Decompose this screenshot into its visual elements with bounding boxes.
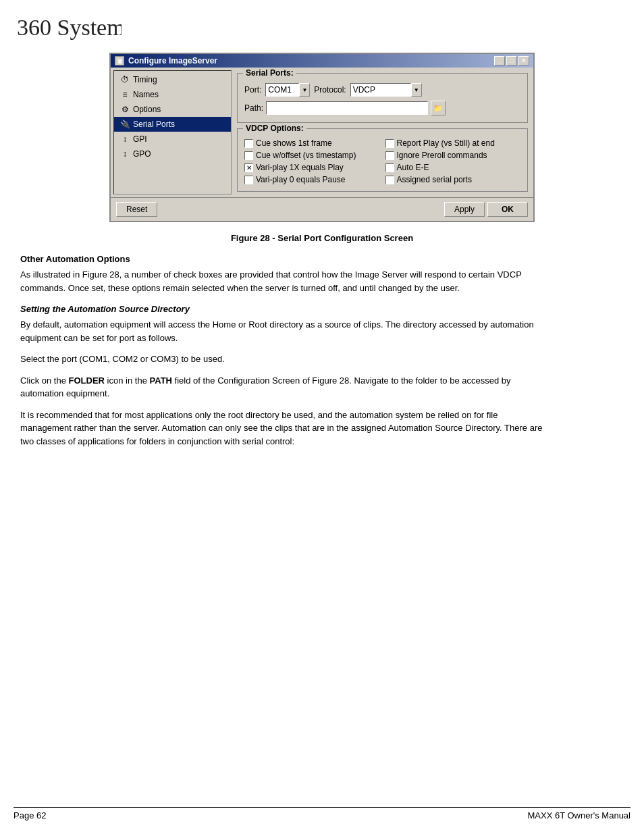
gpi-icon: ↕ bbox=[119, 134, 130, 145]
checkbox-cue-w-offset: Cue w/offset (vs timestamp) bbox=[244, 151, 380, 160]
vari-play-1x-checkbox[interactable] bbox=[244, 163, 253, 172]
names-icon: ≡ bbox=[119, 89, 130, 100]
sidebar: ⏱ Timing ≡ Names ⚙ Options 🔌 Serial Port… bbox=[113, 70, 232, 194]
serial-ports-group: Serial Ports: Port: COM1 ▼ Protocol: VDC… bbox=[237, 73, 528, 123]
checkbox-ignore-preroll: Ignore Preroll commands bbox=[385, 151, 521, 160]
subsection-heading-directory: Setting the Automation Source Directory bbox=[20, 304, 547, 314]
serial-ports-icon: 🔌 bbox=[119, 119, 130, 130]
checkbox-vari-play-0-pause: Vari-play 0 equals Pause bbox=[244, 175, 380, 184]
vari-play-0-pause-checkbox[interactable] bbox=[244, 176, 253, 184]
folder-button[interactable]: 📁 bbox=[431, 101, 446, 115]
titlebar-controls: _ □ ✕ bbox=[494, 56, 529, 66]
sidebar-item-gpo[interactable]: ↕ GPO bbox=[114, 147, 231, 161]
timing-icon: ⏱ bbox=[119, 74, 130, 85]
close-button[interactable]: ✕ bbox=[518, 56, 529, 66]
sidebar-label-serial-ports: Serial Ports bbox=[133, 120, 175, 129]
vari-play-0-pause-label: Vari-play 0 equals Pause bbox=[256, 175, 346, 184]
port-label: Port: bbox=[244, 85, 261, 95]
folder-bold: FOLDER bbox=[69, 375, 105, 386]
ignore-preroll-checkbox[interactable] bbox=[385, 151, 394, 160]
main-content: Serial Ports: Port: COM1 ▼ Protocol: VDC… bbox=[234, 70, 531, 194]
assigned-serial-checkbox[interactable] bbox=[385, 176, 394, 184]
reset-button[interactable]: Reset bbox=[116, 202, 157, 217]
options-icon: ⚙ bbox=[119, 104, 130, 115]
footer-right-buttons: Apply OK bbox=[444, 202, 528, 217]
port-row: Port: COM1 ▼ Protocol: VDCP ▼ bbox=[244, 83, 520, 97]
checkbox-assigned-serial: Assigned serial ports bbox=[385, 175, 521, 184]
maximize-button[interactable]: □ bbox=[506, 56, 517, 66]
vdcp-options-group: VDCP Options: Cue shows 1st frame Report… bbox=[237, 128, 528, 192]
figure-caption: Figure 28 - Serial Port Configuration Sc… bbox=[14, 233, 630, 243]
sidebar-item-options[interactable]: ⚙ Options bbox=[114, 102, 231, 117]
sidebar-item-names[interactable]: ≡ Names bbox=[114, 87, 231, 102]
ok-button[interactable]: OK bbox=[487, 202, 528, 217]
port-select-wrapper[interactable]: COM1 ▼ bbox=[265, 83, 310, 97]
ignore-preroll-label: Ignore Preroll commands bbox=[397, 151, 487, 160]
cue-1st-frame-label: Cue shows 1st frame bbox=[256, 138, 332, 148]
dialog-titlebar: 🖥 Configure ImageServer _ □ ✕ bbox=[111, 54, 533, 68]
checkbox-report-play-end: Report Play (vs Still) at end bbox=[385, 138, 521, 148]
path-label: Path: bbox=[244, 103, 263, 113]
configure-dialog: 🖥 Configure ImageServer _ □ ✕ ⏱ Timing ≡… bbox=[109, 53, 535, 222]
checkbox-cue-1st-frame: Cue shows 1st frame bbox=[244, 138, 380, 148]
titlebar-left: 🖥 Configure ImageServer bbox=[115, 56, 217, 66]
path-row: Path: 📁 bbox=[244, 101, 520, 115]
checkbox-auto-ee: Auto E-E bbox=[385, 163, 521, 172]
assigned-serial-label: Assigned serial ports bbox=[397, 175, 472, 184]
protocol-select-wrapper[interactable]: VDCP ▼ bbox=[350, 83, 422, 97]
checkbox-vari-play-1x: Vari-play 1X equals Play bbox=[244, 163, 380, 172]
port-select-value: COM1 bbox=[265, 83, 299, 97]
page-number: Page 62 bbox=[14, 810, 46, 820]
auto-ee-checkbox[interactable] bbox=[385, 163, 394, 172]
sidebar-label-names: Names bbox=[133, 90, 159, 99]
directory-para-3: Click on the FOLDER icon in the PATH fie… bbox=[20, 374, 547, 400]
sidebar-item-serial-ports[interactable]: 🔌 Serial Ports bbox=[114, 117, 231, 132]
protocol-select-value: VDCP bbox=[350, 83, 411, 97]
serial-ports-title: Serial Ports: bbox=[243, 68, 296, 78]
protocol-select-arrow[interactable]: ▼ bbox=[411, 83, 422, 97]
section-heading-automation: Other Automation Options bbox=[20, 254, 547, 264]
cue-w-offset-label: Cue w/offset (vs timestamp) bbox=[256, 151, 356, 160]
sidebar-label-timing: Timing bbox=[133, 75, 157, 84]
dialog-title: Configure ImageServer bbox=[128, 56, 217, 66]
sidebar-label-gpo: GPO bbox=[133, 149, 151, 159]
vari-play-1x-label: Vari-play 1X equals Play bbox=[256, 163, 344, 172]
dialog-footer: Reset Apply OK bbox=[111, 197, 533, 221]
page-footer: Page 62 MAXX 6T Owner's Manual bbox=[14, 807, 630, 820]
report-play-end-label: Report Play (vs Still) at end bbox=[397, 138, 495, 148]
path-bold: PATH bbox=[150, 375, 172, 386]
minimize-button[interactable]: _ bbox=[494, 56, 505, 66]
vdcp-checkboxes: Cue shows 1st frame Report Play (vs Stil… bbox=[244, 138, 520, 184]
cue-w-offset-checkbox[interactable] bbox=[244, 151, 253, 160]
manual-title: MAXX 6T Owner's Manual bbox=[527, 810, 630, 820]
auto-ee-label: Auto E-E bbox=[397, 163, 429, 172]
directory-para-4: It is recommended that for most applicat… bbox=[20, 409, 547, 448]
titlebar-icon: 🖥 bbox=[115, 56, 124, 66]
directory-para-2: Select the port (COM1, COM2 or COM3) to … bbox=[20, 353, 547, 366]
vdcp-title: VDCP Options: bbox=[243, 124, 306, 133]
dialog-body: ⏱ Timing ≡ Names ⚙ Options 🔌 Serial Port… bbox=[111, 68, 533, 197]
sidebar-label-gpi: GPI bbox=[133, 134, 147, 144]
sidebar-item-gpi[interactable]: ↕ GPI bbox=[114, 132, 231, 147]
directory-para-1: By default, automation equipment will ac… bbox=[20, 318, 547, 344]
logo-area: 360 Systems bbox=[14, 7, 630, 53]
doc-content: Other Automation Options As illustrated … bbox=[14, 254, 554, 448]
path-input[interactable] bbox=[266, 101, 428, 115]
sidebar-label-options: Options bbox=[133, 105, 161, 114]
section-automation-para: As illustrated in Figure 28, a number of… bbox=[20, 268, 547, 294]
report-play-end-checkbox[interactable] bbox=[385, 139, 394, 148]
protocol-label: Protocol: bbox=[314, 85, 346, 95]
logo-text: 360 Systems bbox=[17, 15, 122, 40]
apply-button[interactable]: Apply bbox=[444, 202, 485, 217]
sidebar-item-timing[interactable]: ⏱ Timing bbox=[114, 72, 231, 87]
port-select-arrow[interactable]: ▼ bbox=[299, 83, 310, 97]
gpo-icon: ↕ bbox=[119, 149, 130, 159]
cue-1st-frame-checkbox[interactable] bbox=[244, 139, 253, 148]
